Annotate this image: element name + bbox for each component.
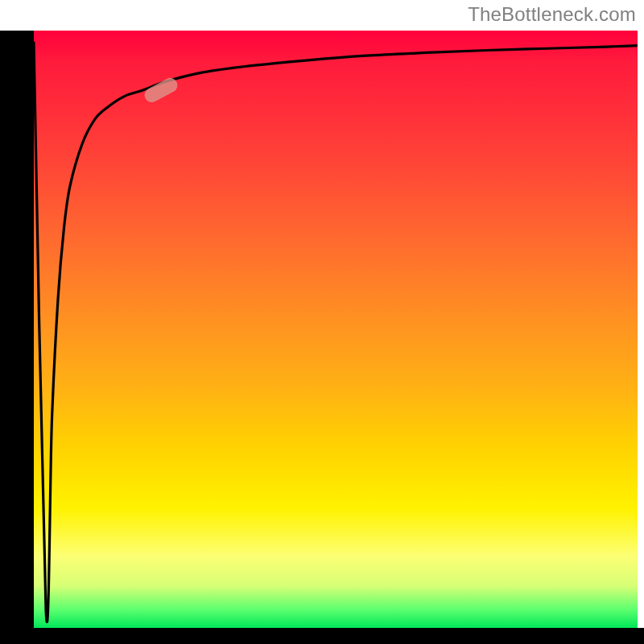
curve-layer xyxy=(34,31,638,628)
watermark-text: TheBottleneck.com xyxy=(468,3,636,26)
chart-stage: TheBottleneck.com xyxy=(0,0,644,644)
plot-wrap xyxy=(0,0,644,644)
y-axis-bar xyxy=(0,31,34,628)
plot-area xyxy=(34,31,638,628)
bottleneck-curve-path xyxy=(34,43,638,622)
x-axis-bar xyxy=(0,628,644,644)
